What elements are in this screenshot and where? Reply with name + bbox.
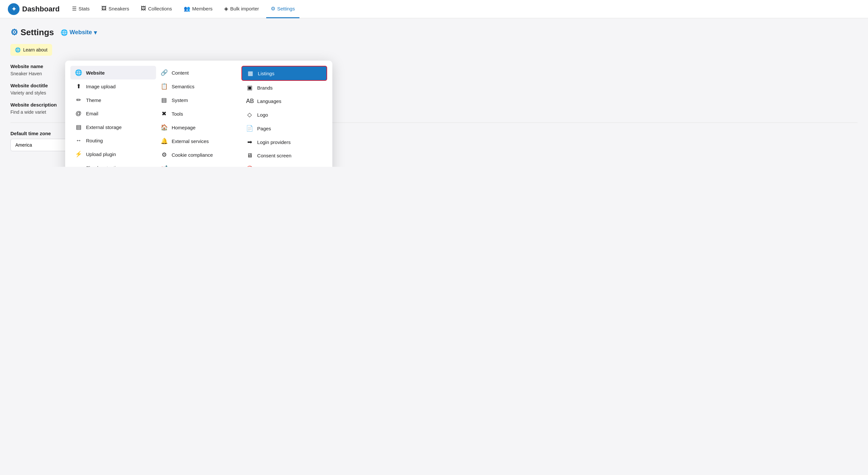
listings-icon: ▦ <box>247 70 254 77</box>
menu-item-email[interactable]: @ Email <box>70 107 156 120</box>
consent-screen-label: Consent screen <box>257 153 291 158</box>
menu-item-external-services[interactable]: 🔔 External services <box>156 134 242 148</box>
menu-item-listings[interactable]: ▦ Listings <box>242 66 327 81</box>
learn-banner[interactable]: 🌐 Learn about <box>10 44 52 56</box>
system-label: System <box>172 97 188 103</box>
nav-label-bulk-importer: Bulk importer <box>230 6 259 11</box>
menu-item-website[interactable]: 🌐 Website <box>70 66 156 80</box>
content-label: Content <box>172 70 189 75</box>
system-icon: ▤ <box>161 96 168 104</box>
brand[interactable]: ✦ Dashboard <box>8 3 60 15</box>
menu-item-external-storage[interactable]: ▤ External storage <box>70 120 156 134</box>
pages-icon: 📄 <box>246 125 253 132</box>
menu-item-image-upload[interactable]: ⬆ Image upload <box>70 80 156 93</box>
brand-icon: ✦ <box>8 3 20 15</box>
tools-label: Tools <box>172 111 183 117</box>
routing-icon: ↔ <box>75 137 82 144</box>
website-label: Website <box>86 70 104 75</box>
top-nav: ✦ Dashboard ☰ Stats 🖼 Sneakers 🖼 Collect… <box>0 0 868 18</box>
stats-icon: ☰ <box>72 5 76 12</box>
menu-item-login-providers[interactable]: ➡ Login providers <box>242 135 327 149</box>
image-upload-icon: ⬆ <box>75 83 82 90</box>
menu-item-tools[interactable]: ✖ Tools <box>156 107 242 121</box>
nav-item-bulk-importer[interactable]: ◈ Bulk importer <box>220 0 263 18</box>
learn-globe-icon: 🌐 <box>15 47 21 53</box>
banners-icon: 📢 <box>161 165 168 167</box>
page-content: ⚙ Settings 🌐 Website ▾ 🌐 Learn about Web… <box>0 18 868 167</box>
email-icon: @ <box>75 110 82 117</box>
menu-item-consent-screen[interactable]: 🖥 Consent screen <box>242 149 327 162</box>
content-icon: 🔗 <box>161 69 168 76</box>
login-providers-label: Login providers <box>257 139 291 145</box>
members-nav-icon: 👥 <box>184 5 190 12</box>
menu-item-banners[interactable]: 📢 Banners <box>156 162 242 167</box>
menu-item-logo[interactable]: ◇ Logo <box>242 108 327 122</box>
dropdown-col1: 🌐 Website ⬆ Image upload ✏ Theme @ Email… <box>70 66 156 167</box>
nav-item-sneakers[interactable]: 🖼 Sneakers <box>97 0 133 18</box>
chevron-down-icon: ▾ <box>94 29 97 36</box>
menu-item-flood-protection[interactable]: ☁ Flood protection <box>70 161 156 167</box>
website-dropdown-button[interactable]: 🌐 Website ▾ <box>58 28 100 37</box>
nav-label-collections: Collections <box>148 6 172 11</box>
menu-item-semantics[interactable]: 📋 Semantics <box>156 80 242 93</box>
logo-icon: ◇ <box>246 111 253 118</box>
nav-item-stats[interactable]: ☰ Stats <box>67 0 94 18</box>
collections-icon: 🖼 <box>141 5 146 11</box>
listings-label: Listings <box>258 71 274 76</box>
region-select-wrapper: America ▾ <box>10 139 72 151</box>
external-storage-label: External storage <box>86 124 122 130</box>
menu-item-system[interactable]: ▤ System <box>156 93 242 107</box>
brands-label: Brands <box>257 85 273 91</box>
dropdown-col2: 🔗 Content 📋 Semantics ▤ System ✖ Tools 🏠… <box>156 66 242 167</box>
menu-item-languages[interactable]: AB Languages <box>242 94 327 108</box>
dropdown-col3: ▦ Listings ▣ Brands AB Languages ◇ Logo … <box>242 66 327 167</box>
homepage-label: Homepage <box>172 125 195 130</box>
flood-protection-icon: ☁ <box>75 164 82 167</box>
nav-item-settings[interactable]: ⚙ Settings <box>266 0 300 18</box>
menu-item-brands[interactable]: ▣ Brands <box>242 81 327 94</box>
semantics-label: Semantics <box>172 84 194 89</box>
menu-item-theme[interactable]: ✏ Theme <box>70 93 156 107</box>
upload-plugin-label: Upload plugin <box>86 152 116 157</box>
languages-label: Languages <box>257 98 281 104</box>
website-globe-icon: 🌐 <box>61 29 68 36</box>
email-label: Email <box>86 111 98 116</box>
upload-plugin-icon: ⚡ <box>75 151 82 158</box>
external-services-label: External services <box>172 138 209 144</box>
brand-label: Dashboard <box>22 5 60 13</box>
routing-label: Routing <box>86 138 103 144</box>
menu-item-pages[interactable]: 📄 Pages <box>242 122 327 135</box>
bulk-importer-icon: ◈ <box>224 5 228 12</box>
menu-item-routing[interactable]: ↔ Routing <box>70 134 156 147</box>
menu-item-ip-bans[interactable]: 🚫 IP bans <box>242 162 327 167</box>
region-select[interactable]: America <box>10 139 72 151</box>
sneakers-icon: 🖼 <box>101 5 106 11</box>
menu-item-homepage[interactable]: 🏠 Homepage <box>156 121 242 134</box>
settings-header: ⚙ Settings 🌐 Website ▾ <box>10 27 858 37</box>
login-providers-icon: ➡ <box>246 138 253 146</box>
cookie-compliance-label: Cookie compliance <box>172 152 213 158</box>
menu-item-upload-plugin[interactable]: ⚡ Upload plugin <box>70 147 156 161</box>
nav-label-stats: Stats <box>79 6 90 11</box>
theme-icon: ✏ <box>75 96 82 104</box>
brands-icon: ▣ <box>246 84 253 91</box>
languages-icon: AB <box>246 98 253 104</box>
ip-bans-icon: 🚫 <box>246 165 253 167</box>
logo-label: Logo <box>257 112 268 118</box>
image-upload-label: Image upload <box>86 84 116 89</box>
pages-label: Pages <box>257 126 271 131</box>
nav-item-members[interactable]: 👥 Members <box>179 0 217 18</box>
page-title: ⚙ Settings <box>10 27 54 37</box>
nav-item-collections[interactable]: 🖼 Collections <box>136 0 176 18</box>
semantics-icon: 📋 <box>161 83 168 90</box>
ip-bans-label: IP bans <box>257 166 274 167</box>
menu-item-cookie-compliance[interactable]: ⚙ Cookie compliance <box>156 148 242 162</box>
banners-label: Banners <box>172 166 190 167</box>
consent-screen-icon: 🖥 <box>246 152 253 159</box>
cookie-compliance-icon: ⚙ <box>161 151 168 158</box>
nav-label-members: Members <box>192 6 213 11</box>
website-icon: 🌐 <box>75 69 82 76</box>
settings-dropdown-menu: 🌐 Website ⬆ Image upload ✏ Theme @ Email… <box>65 61 332 167</box>
menu-item-content[interactable]: 🔗 Content <box>156 66 242 80</box>
flood-protection-label: Flood protection <box>86 165 121 167</box>
